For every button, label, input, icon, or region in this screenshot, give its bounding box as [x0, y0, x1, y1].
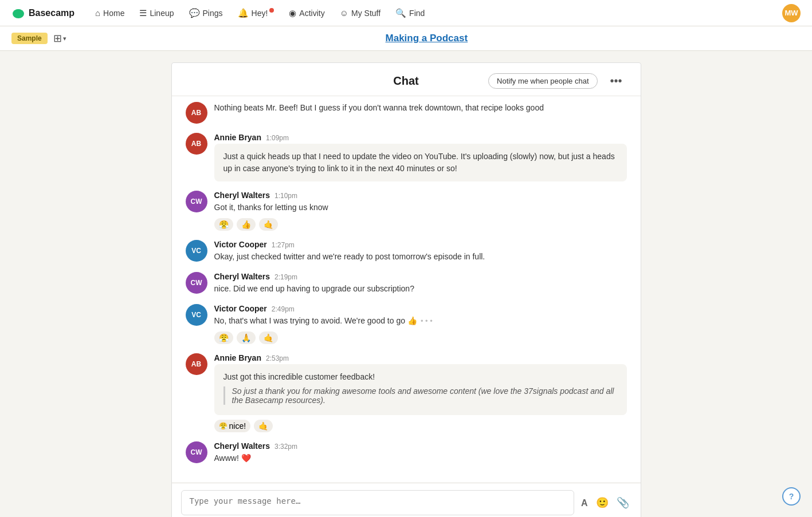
message: VC Victor Cooper 2:49pm No, that's what …	[186, 304, 627, 344]
help-button[interactable]: ?	[782, 487, 801, 506]
nav-activity[interactable]: ◉ Activity	[283, 5, 330, 22]
message-body: Annie Bryan 2:53pm Just got this incredi…	[214, 353, 627, 432]
home-icon: ⌂	[95, 8, 100, 18]
reaction-item[interactable]: 🤙	[259, 218, 278, 231]
message-row: No, that's what I was trying to avoid. W…	[214, 315, 627, 327]
message-time: 1:27pm	[272, 241, 295, 249]
reaction-item[interactable]: 😤	[214, 331, 233, 344]
emoji-button[interactable]: 🙂	[594, 494, 611, 511]
emoji-icon: 🙂	[596, 497, 609, 508]
message-time: 1:09pm	[266, 134, 289, 142]
avatar: CW	[186, 441, 207, 463]
reaction-item[interactable]: 🤙	[259, 331, 278, 344]
find-icon: 🔍	[395, 8, 406, 18]
message-text: Awww! ❤️	[214, 452, 627, 464]
attach-button[interactable]: 📎	[614, 494, 631, 511]
hey-badge	[269, 8, 274, 13]
message-meta: Cheryl Walters 2:19pm	[214, 272, 627, 281]
chat-header: Chat Notify me when people chat •••	[172, 63, 641, 96]
message-time: 3:32pm	[274, 443, 297, 451]
avatar: AB	[186, 102, 207, 124]
message-time: 2:49pm	[272, 305, 295, 313]
message-body: Victor Cooper 2:49pm No, that's what I w…	[214, 304, 627, 344]
message: CW Cheryl Walters 1:10pm Got it, thanks …	[186, 191, 627, 231]
message: VC Victor Cooper 1:27pm Okay, just check…	[186, 240, 627, 263]
user-avatar[interactable]: MW	[782, 4, 801, 22]
page-header: Sample ⊞ ▾ Making a Podcast	[0, 26, 812, 51]
message-meta: Annie Bryan 1:09pm	[214, 133, 627, 142]
message-author: Cheryl Walters	[214, 272, 270, 281]
avatar: AB	[186, 353, 207, 375]
message-time: 1:10pm	[274, 192, 297, 200]
message-body: Cheryl Walters 2:19pm nice. Did we end u…	[214, 272, 627, 295]
hover-dots: • • •	[421, 317, 433, 325]
chevron-down-icon: ▾	[63, 35, 66, 42]
message-text: No, that's what I was trying to avoid. W…	[214, 315, 417, 327]
message-author: Annie Bryan	[214, 133, 261, 142]
message-meta: Cheryl Walters 1:10pm	[214, 191, 627, 200]
message-author: Annie Bryan	[214, 353, 261, 362]
nav-right: MW	[782, 4, 801, 22]
basecamp-logo-icon	[11, 6, 25, 20]
message-author: Victor Cooper	[214, 304, 267, 313]
reaction-item[interactable]: 👍	[237, 218, 256, 231]
avatar: AB	[186, 133, 207, 155]
attachment-icon: 📎	[617, 497, 629, 508]
message-bubble: Just got this incredible customer feedba…	[214, 364, 627, 415]
reaction-item[interactable]: 🙏	[237, 331, 256, 344]
message-author: Cheryl Walters	[214, 191, 270, 200]
message-text: Okay, just checked twitter and we're rea…	[214, 251, 627, 263]
chat-title: Chat	[332, 74, 480, 88]
message-body: Cheryl Walters 1:10pm Got it, thanks for…	[214, 191, 627, 231]
message-author: Cheryl Walters	[214, 441, 270, 451]
nav-pings[interactable]: 💬 Pings	[183, 5, 229, 22]
mystuff-icon: ☺	[340, 8, 348, 18]
activity-icon: ◉	[289, 8, 296, 18]
message-author: Victor Cooper	[214, 240, 267, 249]
chat-messages: AB Nothing beats Mr. Beef! But I guess i…	[172, 96, 641, 483]
reaction-item[interactable]: 🤙	[254, 420, 273, 432]
help-icon: ?	[789, 492, 794, 501]
avatar: VC	[186, 240, 207, 262]
sample-badge: Sample	[11, 33, 48, 44]
logo[interactable]: Basecamp	[11, 6, 74, 20]
message-text: Just got this incredible customer feedba…	[223, 371, 618, 383]
message: AB Annie Bryan 1:09pm Just a quick heads…	[186, 133, 627, 181]
pings-icon: 💬	[189, 8, 200, 18]
notify-button[interactable]: Notify me when people chat	[488, 73, 597, 89]
project-title[interactable]: Making a Podcast	[386, 33, 468, 44]
nav-find[interactable]: 🔍 Find	[390, 5, 430, 22]
nav-hey[interactable]: 🔔 Hey!	[232, 5, 280, 22]
message-body: Annie Bryan 1:09pm Just a quick heads up…	[214, 133, 627, 181]
dots-icon: •••	[610, 74, 622, 87]
message-meta: Victor Cooper 2:49pm	[214, 304, 627, 313]
chat-panel: Chat Notify me when people chat ••• AB N…	[171, 62, 641, 517]
nav-home[interactable]: ⌂ Home	[89, 5, 130, 21]
message-bubble: Just a quick heads up that I need to upd…	[214, 144, 627, 181]
text-format-button[interactable]: A	[579, 495, 590, 511]
text-format-icon: A	[581, 498, 588, 508]
grid-view-button[interactable]: ⊞ ▾	[53, 32, 66, 45]
main-content: Chat Notify me when people chat ••• AB N…	[0, 51, 812, 517]
nav-mystuff[interactable]: ☺ My Stuff	[334, 5, 386, 21]
hey-icon: 🔔	[238, 8, 249, 18]
reactions: 😤 nice! 🤙	[214, 420, 627, 432]
main-nav: Basecamp ⌂ Home ☰ Lineup 💬 Pings 🔔 Hey! …	[0, 0, 812, 26]
chat-header-right: Notify me when people chat •••	[480, 72, 627, 90]
svg-point-0	[13, 9, 24, 18]
message-body: Victor Cooper 1:27pm Okay, just checked …	[214, 240, 627, 263]
message-text: Got it, thanks for letting us know	[214, 202, 627, 214]
more-options-button[interactable]: •••	[606, 72, 627, 90]
nav-lineup[interactable]: ☰ Lineup	[134, 5, 179, 22]
message-text: nice. Did we end up having to upgrade ou…	[214, 283, 627, 295]
avatar: VC	[186, 304, 207, 326]
message-input[interactable]	[181, 490, 574, 515]
message-text: Just a quick heads up that I need to upd…	[223, 151, 618, 175]
message: CW Cheryl Walters 3:32pm Awww! ❤️	[186, 441, 627, 464]
avatar: CW	[186, 191, 207, 212]
reaction-item[interactable]: 😤 nice!	[214, 420, 251, 432]
message-body: Nothing beats Mr. Beef! But I guess if y…	[214, 102, 627, 124]
message-time: 2:53pm	[266, 354, 289, 362]
reaction-item[interactable]: 😤	[214, 218, 233, 231]
message-time: 2:19pm	[274, 273, 297, 281]
